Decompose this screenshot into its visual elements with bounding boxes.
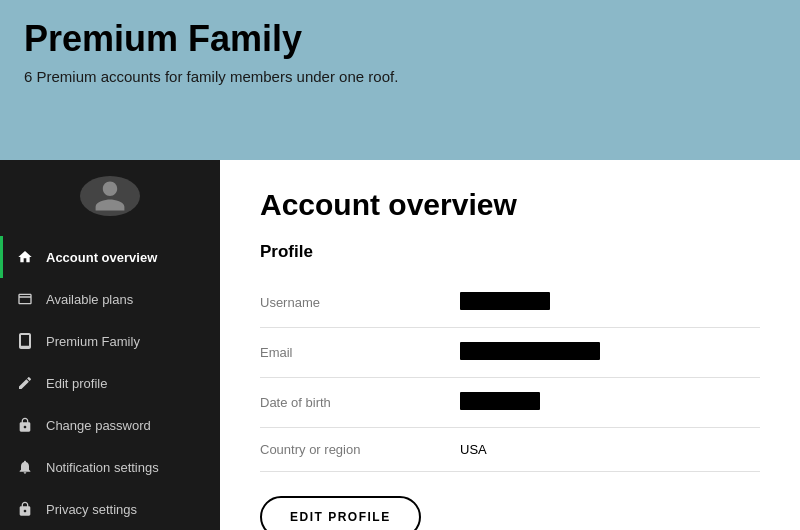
dob-label: Date of birth [260, 395, 460, 410]
banner-subtitle: 6 Premium accounts for family members un… [24, 68, 776, 85]
profile-section-title: Profile [260, 242, 760, 262]
tablet-icon [16, 332, 34, 350]
profile-row-dob: Date of birth [260, 378, 760, 428]
top-banner: Premium Family 6 Premium accounts for fa… [0, 0, 800, 160]
sidebar-item-privacy-settings[interactable]: Privacy settings [0, 488, 220, 530]
email-redacted [460, 342, 600, 360]
email-label: Email [260, 345, 460, 360]
card-icon [16, 290, 34, 308]
sidebar-item-change-password[interactable]: Change password [0, 404, 220, 446]
avatar [80, 176, 140, 216]
username-label: Username [260, 295, 460, 310]
username-redacted [460, 292, 550, 310]
email-value [460, 342, 760, 363]
page-title: Account overview [260, 188, 760, 222]
sidebar-label-available-plans: Available plans [46, 292, 133, 307]
sidebar-label-privacy-settings: Privacy settings [46, 502, 137, 517]
person-icon [92, 178, 128, 214]
sidebar-label-change-password: Change password [46, 418, 151, 433]
profile-row-country: Country or region USA [260, 428, 760, 472]
sidebar-item-premium-family[interactable]: Premium Family [0, 320, 220, 362]
sidebar-label-notification-settings: Notification settings [46, 460, 159, 475]
main-layout: Account overview Available plans Premium… [0, 160, 800, 530]
sidebar-item-account-overview[interactable]: Account overview [0, 236, 220, 278]
sidebar: Account overview Available plans Premium… [0, 160, 220, 530]
sidebar-label-premium-family: Premium Family [46, 334, 140, 349]
lock-icon [16, 416, 34, 434]
sidebar-label-account-overview: Account overview [46, 250, 157, 265]
banner-title: Premium Family [24, 18, 776, 60]
profile-row-username: Username [260, 278, 760, 328]
dob-value [460, 392, 760, 413]
sidebar-label-edit-profile: Edit profile [46, 376, 107, 391]
sidebar-item-edit-profile[interactable]: Edit profile [0, 362, 220, 404]
nav-list: Account overview Available plans Premium… [0, 236, 220, 530]
content-area: Account overview Profile Username Email … [220, 160, 800, 530]
edit-profile-button[interactable]: EDIT PROFILE [260, 496, 421, 530]
sidebar-item-notification-settings[interactable]: Notification settings [0, 446, 220, 488]
sidebar-item-available-plans[interactable]: Available plans [0, 278, 220, 320]
dob-redacted [460, 392, 540, 410]
bell-icon [16, 458, 34, 476]
country-label: Country or region [260, 442, 460, 457]
country-value: USA [460, 442, 760, 457]
lock-shield-icon [16, 500, 34, 518]
username-value [460, 292, 760, 313]
profile-row-email: Email [260, 328, 760, 378]
home-icon [16, 248, 34, 266]
profile-fields: Username Email Date of birth Country or … [260, 278, 760, 472]
pencil-icon [16, 374, 34, 392]
